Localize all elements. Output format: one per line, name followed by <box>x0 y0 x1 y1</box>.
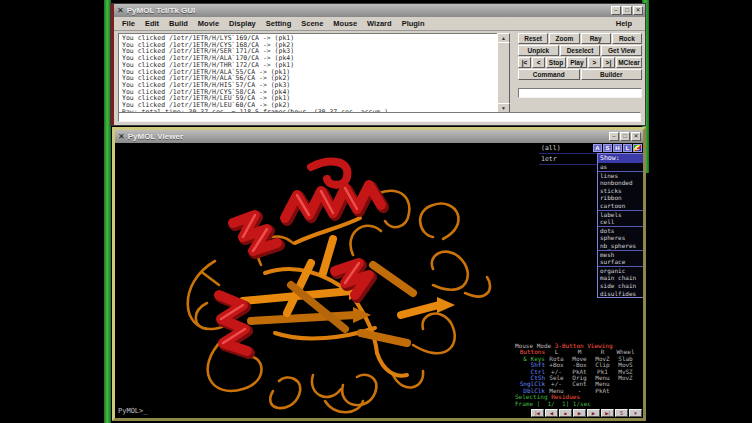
main-command-input[interactable] <box>118 112 641 122</box>
show-menu-item-mesh[interactable]: mesh <box>598 251 643 259</box>
show-menu-item-dots[interactable]: dots <box>598 227 643 235</box>
show-menu-item-as[interactable]: as <box>598 163 643 171</box>
viewer-window: ✕ PyMOL Viewer – □ ✕ <box>112 127 646 421</box>
vcr-go-to-start-icon[interactable]: |◀ <box>531 409 544 417</box>
show-menu-item-surface[interactable]: surface <box>598 258 643 266</box>
button-stop[interactable]: Stop <box>546 57 566 68</box>
show-menu-item-spheres[interactable]: spheres <box>598 234 643 242</box>
show-menu-item-main-chain[interactable]: main chain <box>598 274 643 282</box>
command-prompt: PyMOL>_ <box>118 407 148 415</box>
show-menu-popup: Show: aslinesnonbondedsticksribboncartoo… <box>597 153 643 298</box>
show-menu-item-ribbon[interactable]: ribbon <box>598 194 643 202</box>
button-btn[interactable]: >| <box>602 57 615 68</box>
menu-scene[interactable]: Scene <box>296 18 328 29</box>
menu-mouse[interactable]: Mouse <box>328 18 362 29</box>
menu-display[interactable]: Display <box>224 18 261 29</box>
mouse-mode-panel: Mouse Mode 3-Button ViewingButtonsLMRWhe… <box>515 343 641 407</box>
show-menu-item-nb-spheres[interactable]: nb_spheres <box>598 242 643 250</box>
menu-setting[interactable]: Setting <box>261 18 296 29</box>
button-command[interactable]: Command <box>518 69 580 80</box>
gui-window: ✕ PyMOL Tcl/Tk GUI – □ ✕ FileEditBuildMo… <box>111 4 645 125</box>
movie-vcr-controls: |◀◀■▶▶▶|S▼ <box>531 409 642 417</box>
object-action-buttons: ASHLC <box>593 144 642 152</box>
panel-entry-wrap <box>518 81 642 99</box>
viewer-window-title: PyMOL Viewer <box>128 132 183 141</box>
vcr-play-icon[interactable]: ▶ <box>573 409 586 417</box>
close-button[interactable]: ✕ <box>631 132 641 141</box>
control-row: ResetZoomRayRock <box>518 33 642 44</box>
gui-window-title: PyMOL Tcl/Tk GUI <box>127 6 196 15</box>
maximize-button[interactable]: □ <box>622 6 632 15</box>
close-button[interactable]: ✕ <box>633 6 643 15</box>
button-mclear[interactable]: MClear <box>616 57 642 68</box>
panel-command-input[interactable] <box>518 88 642 98</box>
vcr-menu-down-icon[interactable]: ▼ <box>629 409 642 417</box>
button-get-view[interactable]: Get View <box>601 45 642 56</box>
menu-plugin[interactable]: Plugin <box>397 18 430 29</box>
vcr-scene-icon[interactable]: S <box>615 409 628 417</box>
log-text: You clicked /1etr/1ETR/H/LYS`169/CA -> (… <box>119 34 497 115</box>
show-menu-item-nonbonded[interactable]: nonbonded <box>598 179 643 187</box>
control-row: CommandBuilder <box>518 69 642 80</box>
vcr-go-to-end-icon[interactable]: ▶| <box>601 409 614 417</box>
gui-window-controls: – □ ✕ <box>611 6 643 15</box>
show-menu-item-labels[interactable]: labels <box>598 211 643 219</box>
button-btn[interactable]: |< <box>518 57 531 68</box>
minimize-button[interactable]: – <box>609 132 619 141</box>
show-menu-title: Show: <box>598 154 643 163</box>
button-rock[interactable]: Rock <box>612 33 642 44</box>
minimize-button[interactable]: – <box>611 6 621 15</box>
menu-wizard[interactable]: Wizard <box>362 18 397 29</box>
control-panel: ResetZoomRayRockUnpickDeselectGet View|<… <box>518 33 642 81</box>
background-window-edge-left <box>104 0 111 423</box>
menu-edit[interactable]: Edit <box>140 18 164 29</box>
button-deselect[interactable]: Deselect <box>560 45 601 56</box>
action-button-h[interactable]: H <box>613 144 622 152</box>
menu-help[interactable]: Help <box>611 18 637 29</box>
menu-build[interactable]: Build <box>164 18 193 29</box>
gui-titlebar[interactable]: ✕ PyMOL Tcl/Tk GUI – □ ✕ <box>114 4 645 18</box>
maximize-button[interactable]: □ <box>620 132 630 141</box>
show-menu-item-organic[interactable]: organic <box>598 267 643 275</box>
viewer-window-controls: – □ ✕ <box>609 132 641 141</box>
menu-bar-items: FileEditBuildMovieDisplaySettingSceneMou… <box>117 18 430 29</box>
show-menu-item-cell[interactable]: cell <box>598 218 643 226</box>
desktop: ✕ PyMOL Tcl/Tk GUI – □ ✕ FileEditBuildMo… <box>0 0 752 423</box>
action-button-l[interactable]: L <box>623 144 632 152</box>
menu-file[interactable]: File <box>117 18 140 29</box>
button-btn[interactable]: < <box>532 57 545 68</box>
action-button-s[interactable]: S <box>603 144 612 152</box>
viewer-titlebar[interactable]: ✕ PyMOL Viewer – □ ✕ <box>115 130 643 144</box>
show-menu-item-cartoon[interactable]: cartoon <box>598 202 643 210</box>
log-area: You clicked /1etr/1ETR/H/LYS`169/CA -> (… <box>118 33 498 116</box>
scrollbar-thumb[interactable] <box>497 42 510 105</box>
button-reset[interactable]: Reset <box>518 33 548 44</box>
button-btn[interactable]: > <box>588 57 601 68</box>
window-menu-icon[interactable]: ✕ <box>118 133 125 141</box>
log-scrollbar[interactable]: ▲ ▼ <box>497 33 510 114</box>
button-play[interactable]: Play <box>567 57 587 68</box>
gl-viewport[interactable]: (all)ASHLC1etr Show: aslinesnonbondedsti… <box>115 143 643 418</box>
menu-bar: FileEditBuildMovieDisplaySettingSceneMou… <box>114 17 645 31</box>
show-menu-item-side-chain[interactable]: side chain <box>598 282 643 290</box>
window-menu-icon[interactable]: ✕ <box>117 7 124 15</box>
show-menu-item-sticks[interactable]: sticks <box>598 187 643 195</box>
control-row: UnpickDeselectGet View <box>518 45 642 56</box>
control-row: |<<StopPlay>>|MClear <box>518 57 642 68</box>
frame-counter: Frame [ 1/ 1] 1/sec <box>515 401 641 407</box>
action-button-a[interactable]: A <box>593 144 602 152</box>
vcr-forward-icon[interactable]: ▶ <box>587 409 600 417</box>
vcr-stop-icon[interactable]: ■ <box>559 409 572 417</box>
button-ray[interactable]: Ray <box>581 33 611 44</box>
menu-movie[interactable]: Movie <box>193 18 224 29</box>
vcr-step-back-icon[interactable]: ◀ <box>545 409 558 417</box>
action-button-c[interactable]: C <box>633 144 642 152</box>
button-builder[interactable]: Builder <box>581 69 643 80</box>
button-zoom[interactable]: Zoom <box>549 33 579 44</box>
show-menu-item-lines[interactable]: lines <box>598 172 643 180</box>
button-unpick[interactable]: Unpick <box>518 45 559 56</box>
show-menu-item-disulfides[interactable]: disulfides <box>598 290 643 298</box>
